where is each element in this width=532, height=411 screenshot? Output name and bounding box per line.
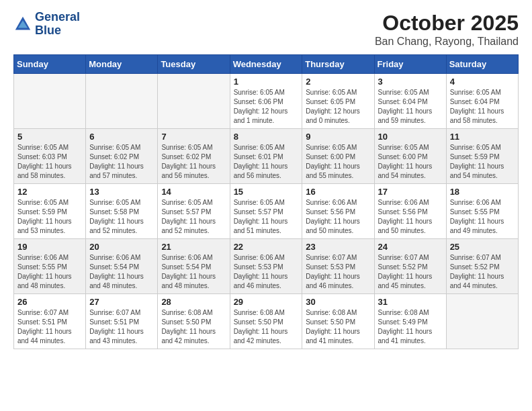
calendar-cell: 20Sunrise: 6:06 AM Sunset: 5:54 PM Dayli… [86, 239, 158, 294]
day-number: 12 [17, 187, 82, 197]
day-info: Sunrise: 6:05 AM Sunset: 6:04 PM Dayligh… [378, 88, 443, 126]
day-info: Sunrise: 6:07 AM Sunset: 5:53 PM Dayligh… [306, 253, 370, 291]
weekday-header-monday: Monday [86, 55, 158, 74]
day-number: 23 [306, 242, 370, 252]
calendar-cell: 6Sunrise: 6:05 AM Sunset: 6:02 PM Daylig… [86, 129, 158, 184]
day-info: Sunrise: 6:05 AM Sunset: 6:05 PM Dayligh… [306, 88, 370, 126]
week-row-3: 12Sunrise: 6:05 AM Sunset: 5:59 PM Dayli… [14, 184, 519, 239]
day-info: Sunrise: 6:06 AM Sunset: 5:55 PM Dayligh… [17, 253, 82, 291]
header: General Blue October 2025 Ban Chang, Ray… [13, 11, 519, 48]
day-number: 4 [450, 77, 515, 87]
calendar-cell: 14Sunrise: 6:05 AM Sunset: 5:57 PM Dayli… [158, 184, 230, 239]
day-info: Sunrise: 6:08 AM Sunset: 5:50 PM Dayligh… [161, 308, 226, 346]
day-number: 26 [17, 297, 82, 307]
week-row-4: 19Sunrise: 6:06 AM Sunset: 5:55 PM Dayli… [14, 239, 519, 294]
day-number: 8 [234, 132, 299, 142]
calendar-cell [14, 74, 86, 129]
day-number: 13 [89, 187, 154, 197]
day-number: 11 [450, 132, 515, 142]
calendar-cell: 17Sunrise: 6:06 AM Sunset: 5:56 PM Dayli… [374, 184, 446, 239]
day-number: 19 [17, 242, 82, 252]
weekday-header-saturday: Saturday [446, 55, 518, 74]
calendar-cell: 26Sunrise: 6:07 AM Sunset: 5:51 PM Dayli… [14, 294, 86, 349]
calendar-cell: 18Sunrise: 6:06 AM Sunset: 5:55 PM Dayli… [446, 184, 518, 239]
day-number: 17 [378, 187, 443, 197]
week-row-2: 5Sunrise: 6:05 AM Sunset: 6:03 PM Daylig… [14, 129, 519, 184]
day-info: Sunrise: 6:05 AM Sunset: 6:06 PM Dayligh… [234, 88, 299, 126]
weekday-header-tuesday: Tuesday [158, 55, 230, 74]
calendar-cell: 9Sunrise: 6:05 AM Sunset: 6:00 PM Daylig… [302, 129, 374, 184]
calendar-cell: 30Sunrise: 6:08 AM Sunset: 5:50 PM Dayli… [302, 294, 374, 349]
calendar-cell: 22Sunrise: 6:06 AM Sunset: 5:53 PM Dayli… [230, 239, 302, 294]
week-row-5: 26Sunrise: 6:07 AM Sunset: 5:51 PM Dayli… [14, 294, 519, 349]
day-number: 3 [378, 77, 443, 87]
day-info: Sunrise: 6:05 AM Sunset: 6:02 PM Dayligh… [89, 143, 154, 181]
day-info: Sunrise: 6:05 AM Sunset: 5:59 PM Dayligh… [17, 198, 82, 236]
calendar-cell: 2Sunrise: 6:05 AM Sunset: 6:05 PM Daylig… [302, 74, 374, 129]
weekday-header-friday: Friday [374, 55, 446, 74]
calendar-cell: 16Sunrise: 6:06 AM Sunset: 5:56 PM Dayli… [302, 184, 374, 239]
calendar-cell: 15Sunrise: 6:05 AM Sunset: 5:57 PM Dayli… [230, 184, 302, 239]
day-number: 2 [306, 77, 370, 87]
calendar-cell: 13Sunrise: 6:05 AM Sunset: 5:58 PM Dayli… [86, 184, 158, 239]
day-number: 5 [17, 132, 82, 142]
day-number: 25 [450, 242, 515, 252]
day-number: 18 [450, 187, 515, 197]
logo-line1: General [35, 11, 80, 24]
day-number: 6 [89, 132, 154, 142]
day-info: Sunrise: 6:06 AM Sunset: 5:54 PM Dayligh… [161, 253, 226, 291]
day-info: Sunrise: 6:08 AM Sunset: 5:50 PM Dayligh… [306, 308, 370, 346]
logo-text: General Blue [35, 11, 80, 38]
calendar-cell: 12Sunrise: 6:05 AM Sunset: 5:59 PM Dayli… [14, 184, 86, 239]
logo-line2: Blue [35, 24, 80, 38]
day-info: Sunrise: 6:06 AM Sunset: 5:56 PM Dayligh… [378, 198, 443, 236]
calendar-cell: 31Sunrise: 6:08 AM Sunset: 5:49 PM Dayli… [374, 294, 446, 349]
location-title: Ban Chang, Rayong, Thailand [375, 36, 519, 48]
calendar-cell: 28Sunrise: 6:08 AM Sunset: 5:50 PM Dayli… [158, 294, 230, 349]
day-number: 9 [306, 132, 370, 142]
day-number: 15 [234, 187, 299, 197]
day-number: 10 [378, 132, 443, 142]
day-number: 21 [161, 242, 226, 252]
day-info: Sunrise: 6:05 AM Sunset: 6:01 PM Dayligh… [234, 143, 299, 181]
day-number: 31 [378, 297, 443, 307]
day-info: Sunrise: 6:05 AM Sunset: 6:04 PM Dayligh… [450, 88, 515, 126]
calendar-cell [446, 294, 518, 349]
day-number: 29 [234, 297, 299, 307]
calendar-cell [86, 74, 158, 129]
month-title: October 2025 [375, 11, 519, 36]
weekday-header-row: SundayMondayTuesdayWednesdayThursdayFrid… [14, 55, 519, 74]
day-info: Sunrise: 6:07 AM Sunset: 5:52 PM Dayligh… [378, 253, 443, 291]
calendar-cell: 3Sunrise: 6:05 AM Sunset: 6:04 PM Daylig… [374, 74, 446, 129]
calendar-cell: 10Sunrise: 6:05 AM Sunset: 6:00 PM Dayli… [374, 129, 446, 184]
day-info: Sunrise: 6:07 AM Sunset: 5:51 PM Dayligh… [17, 308, 82, 346]
day-info: Sunrise: 6:05 AM Sunset: 6:02 PM Dayligh… [161, 143, 226, 181]
day-number: 27 [89, 297, 154, 307]
day-info: Sunrise: 6:08 AM Sunset: 5:50 PM Dayligh… [234, 308, 299, 346]
weekday-header-thursday: Thursday [302, 55, 374, 74]
day-info: Sunrise: 6:06 AM Sunset: 5:53 PM Dayligh… [234, 253, 299, 291]
calendar-cell: 25Sunrise: 6:07 AM Sunset: 5:52 PM Dayli… [446, 239, 518, 294]
day-info: Sunrise: 6:06 AM Sunset: 5:54 PM Dayligh… [89, 253, 154, 291]
day-number: 22 [234, 242, 299, 252]
calendar-cell: 19Sunrise: 6:06 AM Sunset: 5:55 PM Dayli… [14, 239, 86, 294]
calendar-cell: 8Sunrise: 6:05 AM Sunset: 6:01 PM Daylig… [230, 129, 302, 184]
calendar-cell: 4Sunrise: 6:05 AM Sunset: 6:04 PM Daylig… [446, 74, 518, 129]
calendar-cell: 11Sunrise: 6:05 AM Sunset: 5:59 PM Dayli… [446, 129, 518, 184]
calendar-cell: 1Sunrise: 6:05 AM Sunset: 6:06 PM Daylig… [230, 74, 302, 129]
day-number: 24 [378, 242, 443, 252]
day-info: Sunrise: 6:07 AM Sunset: 5:52 PM Dayligh… [450, 253, 515, 291]
day-info: Sunrise: 6:06 AM Sunset: 5:55 PM Dayligh… [450, 198, 515, 236]
day-info: Sunrise: 6:08 AM Sunset: 5:49 PM Dayligh… [378, 308, 443, 346]
day-info: Sunrise: 6:05 AM Sunset: 6:00 PM Dayligh… [306, 143, 370, 181]
title-area: October 2025 Ban Chang, Rayong, Thailand [375, 11, 519, 48]
day-info: Sunrise: 6:05 AM Sunset: 5:58 PM Dayligh… [89, 198, 154, 236]
calendar-cell: 29Sunrise: 6:08 AM Sunset: 5:50 PM Dayli… [230, 294, 302, 349]
calendar-cell: 7Sunrise: 6:05 AM Sunset: 6:02 PM Daylig… [158, 129, 230, 184]
calendar-cell: 24Sunrise: 6:07 AM Sunset: 5:52 PM Dayli… [374, 239, 446, 294]
weekday-header-sunday: Sunday [14, 55, 86, 74]
calendar-cell: 23Sunrise: 6:07 AM Sunset: 5:53 PM Dayli… [302, 239, 374, 294]
day-number: 1 [234, 77, 299, 87]
day-number: 20 [89, 242, 154, 252]
day-number: 28 [161, 297, 226, 307]
